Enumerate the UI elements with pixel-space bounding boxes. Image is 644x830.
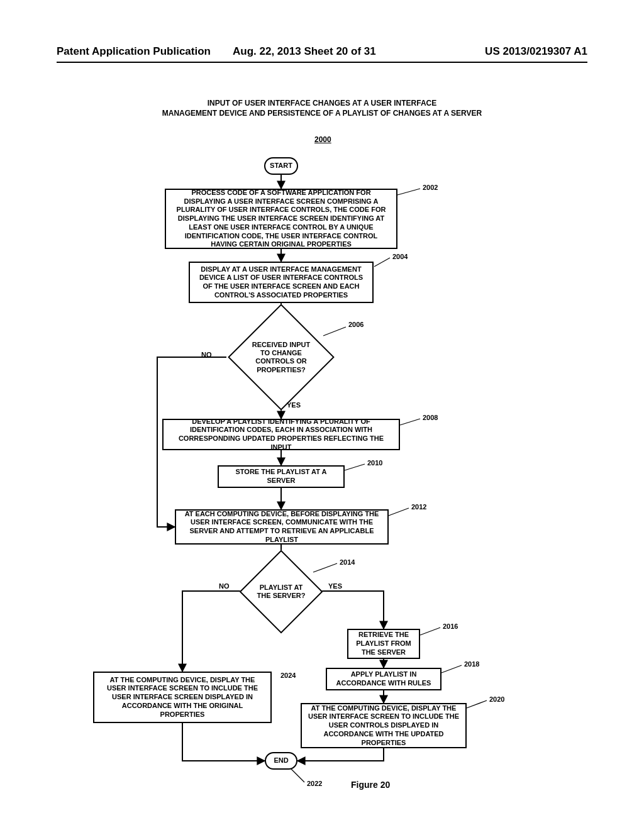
ref-2004: 2004 (392, 253, 408, 260)
start-node: START (264, 157, 298, 175)
ref-2014: 2014 (340, 558, 355, 566)
ref-2010: 2010 (367, 459, 382, 467)
ref-2020: 2020 (489, 695, 504, 703)
ref-2016: 2016 (443, 622, 458, 630)
ref-2006: 2006 (348, 321, 364, 328)
box-2004-text: DISPLAY AT A USER INTERFACE MANAGEMENT D… (195, 265, 367, 300)
end-label: END (274, 756, 288, 765)
label-yes-2006: YES (287, 401, 301, 409)
box-2010: STORE THE PLAYLIST AT A SERVER (218, 465, 345, 488)
svg-line-13 (345, 464, 365, 470)
svg-line-14 (389, 508, 409, 516)
box-2012-text: AT EACH COMPUTING DEVICE, BEFORE DISPLAY… (181, 510, 382, 545)
ref-2024: 2024 (280, 672, 296, 679)
ref-2008: 2008 (423, 414, 438, 421)
svg-line-15 (313, 563, 337, 572)
decision-2006-text: RECEIVED INPUT TO CHANGE CONTROLS OR PRO… (247, 341, 315, 374)
box-2016-text: RETRIEVE THE PLAYLIST FROM THE SERVER (353, 631, 414, 656)
box-2024-text: AT THE COMPUTING DEVICE, DISPLAY THE USE… (99, 676, 265, 719)
box-2012: AT EACH COMPUTING DEVICE, BEFORE DISPLAY… (175, 509, 389, 545)
svg-line-11 (323, 327, 346, 336)
end-node: END (265, 752, 297, 770)
box-2016: RETRIEVE THE PLAYLIST FROM THE SERVER (347, 629, 420, 659)
label-no-2014: NO (219, 582, 230, 590)
box-2024: AT THE COMPUTING DEVICE, DISPLAY THE USE… (93, 672, 272, 723)
box-2008: DEVELOP A PLAYLIST IDENTIFYING A PLURALI… (162, 419, 400, 450)
ref-2018: 2018 (464, 660, 479, 668)
box-2020-text: AT THE COMPUTING DEVICE, DISPLAY THE USE… (307, 704, 460, 748)
figure-label: Figure 20 (351, 780, 390, 790)
box-2020: AT THE COMPUTING DEVICE, DISPLAY THE USE… (301, 703, 467, 748)
decision-2006: RECEIVED INPUT TO CHANGE CONTROLS OR PRO… (243, 319, 319, 395)
label-no-2006: NO (201, 351, 212, 358)
svg-line-12 (400, 419, 420, 425)
box-2002-text: PROCESS CODE OF A SOFTWARE APPLICATION F… (171, 189, 391, 249)
box-2004: DISPLAY AT A USER INTERFACE MANAGEMENT D… (189, 262, 374, 303)
page: Patent Application Publication Aug. 22, … (0, 0, 644, 830)
decision-2014: PLAYLIST AT THE SERVER? (252, 562, 311, 621)
svg-line-16 (420, 628, 440, 635)
box-2010-text: STORE THE PLAYLIST AT A SERVER (224, 468, 338, 485)
svg-line-10 (374, 258, 390, 267)
box-2008-text: DEVELOP A PLAYLIST IDENTIFYING A PLURALI… (169, 418, 394, 452)
svg-line-9 (397, 189, 420, 195)
ref-2012: 2012 (411, 503, 426, 511)
box-2002: PROCESS CODE OF A SOFTWARE APPLICATION F… (165, 189, 397, 249)
ref-2002: 2002 (423, 184, 438, 191)
label-yes-2014: YES (328, 582, 342, 590)
box-2018-text: APPLY PLAYLIST IN ACCORDANCE WITH RULES (332, 670, 435, 688)
box-2018: APPLY PLAYLIST IN ACCORDANCE WITH RULES (326, 668, 441, 690)
svg-line-17 (441, 665, 462, 673)
svg-line-19 (291, 768, 304, 782)
decision-2014-text: PLAYLIST AT THE SERVER? (255, 584, 308, 600)
start-label: START (270, 162, 292, 170)
svg-line-18 (467, 700, 487, 708)
ref-2022: 2022 (307, 780, 322, 787)
